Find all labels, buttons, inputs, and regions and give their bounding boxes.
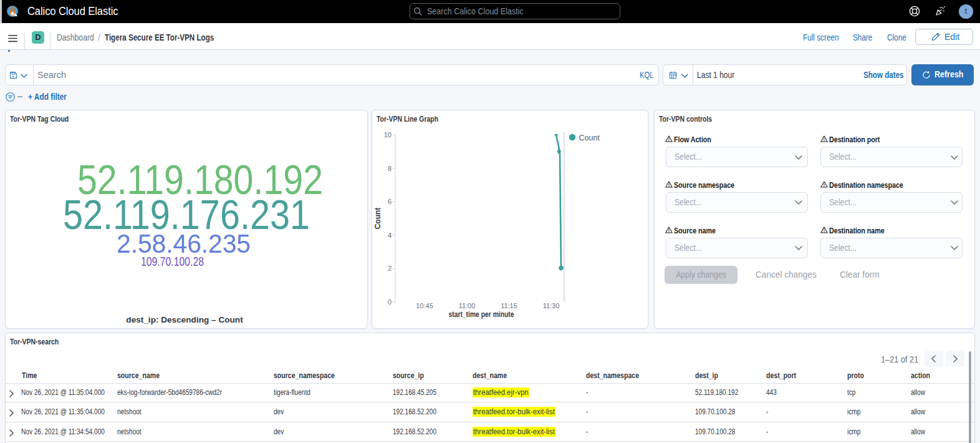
svg-text:0: 0 [388, 298, 392, 306]
svg-text:Count: Count [373, 208, 382, 230]
svg-text:2: 2 [388, 265, 392, 272]
svg-text:8: 8 [388, 165, 392, 172]
svg-text:10:45: 10:45 [416, 302, 433, 309]
svg-text:109.70.100.28: 109.70.100.28 [141, 254, 204, 268]
svg-text:11:30: 11:30 [543, 302, 560, 309]
svg-text:4: 4 [388, 231, 392, 239]
svg-text:11:15: 11:15 [501, 302, 517, 309]
svg-text:11:00: 11:00 [459, 302, 476, 309]
svg-text:10: 10 [384, 131, 392, 139]
svg-text:Count: Count [579, 134, 600, 142]
svg-text:start_time per minute: start_time per minute [449, 310, 514, 319]
svg-text:6: 6 [388, 198, 392, 205]
